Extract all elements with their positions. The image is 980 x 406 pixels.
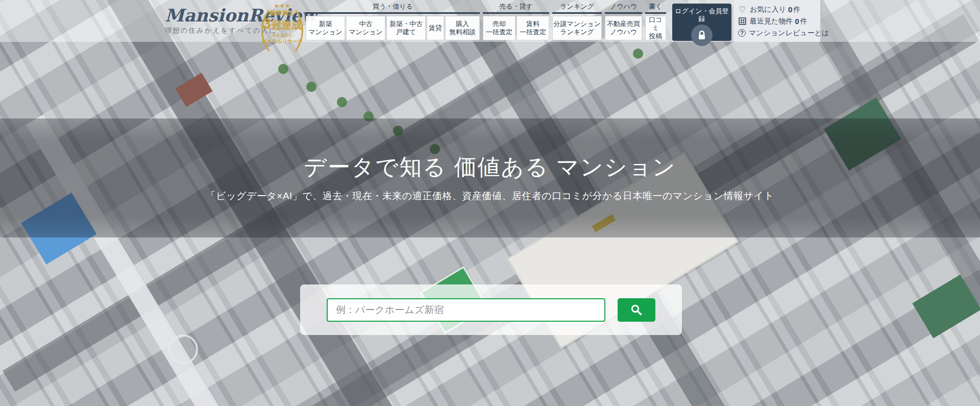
link-favorites[interactable]: ♡ お気に入り 0 件 bbox=[738, 4, 820, 15]
nav-item-new-mansion[interactable]: 新築 マンション bbox=[306, 16, 345, 40]
nav-group-label-buy-rent: 買う・借りる bbox=[306, 2, 480, 12]
nav-group-label-ranking: ランキング bbox=[552, 2, 602, 12]
nav-item-line: マンション bbox=[306, 28, 345, 36]
nav-item-line: 分譲マンション bbox=[553, 20, 601, 28]
nav-item-purchase-consult[interactable]: 購入 無料相談 bbox=[445, 16, 480, 40]
search-icon bbox=[630, 303, 643, 317]
nav-item-line: ランキング bbox=[553, 28, 601, 36]
photo-tree bbox=[337, 97, 347, 107]
lock-icon bbox=[691, 25, 713, 46]
site-header: MansionReview 理想の住みかえをすべての人に ★★★ 顧客満足 3冠… bbox=[0, 0, 980, 42]
recent-count: 0 bbox=[795, 17, 799, 26]
nav-item-line: 一括査定 bbox=[483, 28, 515, 36]
nav-item-line: 投稿 bbox=[646, 32, 666, 40]
nav-item-line: 口コミ bbox=[646, 16, 666, 32]
link-about[interactable]: ? マンションレビューとは bbox=[738, 27, 820, 39]
search-input[interactable] bbox=[327, 298, 605, 322]
nav-group-underline bbox=[645, 12, 666, 14]
nav-item-knowhow[interactable]: 不動産売買 ノウハウ bbox=[605, 16, 642, 40]
nav-item-rent-assessment[interactable]: 賃料 一括査定 bbox=[517, 16, 549, 40]
nav-group-underline bbox=[483, 12, 549, 14]
award-badge: ★★★ 顧客満足 3冠達成 〈実査委託先〉 ゼネラルリサーチ bbox=[257, 1, 308, 56]
nav-item-line: 新築・中古 bbox=[387, 20, 425, 28]
mansion-review-homepage: データで知る 価値ある マンション 「ビッグデータ×AI」で、過去・現在・未来の… bbox=[0, 0, 980, 406]
nav-group-buy-rent: 買う・借りる 新築 マンション 中古 マンション 新築・中古 戸建て bbox=[306, 2, 480, 40]
nav-item-line: 中古 bbox=[347, 20, 385, 28]
nav-item-sell-assessment[interactable]: 売却 一括査定 bbox=[483, 16, 516, 40]
login-register-button[interactable]: ログイン・会員登録 bbox=[672, 4, 731, 41]
question-icon: ? bbox=[738, 29, 746, 37]
search-panel bbox=[300, 284, 682, 335]
nav-item-line: 戸建て bbox=[387, 28, 425, 36]
photo-tree bbox=[633, 49, 643, 59]
building-icon bbox=[738, 17, 747, 25]
nav-item-rent[interactable]: 賃貸 bbox=[427, 16, 444, 40]
nav-item-line: 賃貸 bbox=[427, 24, 444, 32]
heart-icon: ♡ bbox=[738, 6, 747, 14]
nav-group-underline bbox=[306, 12, 480, 14]
nav-item-line: ノウハウ bbox=[605, 28, 642, 36]
nav-item-line: 賃料 bbox=[517, 20, 549, 28]
user-links-panel: ♡ お気に入り 0 件 最近見た物件 0 件 ? マンションレビューとは bbox=[733, 0, 820, 42]
photo-tree bbox=[306, 82, 316, 92]
nav-group-sell-lease: 売る・貸す 売却 一括査定 賃料 一括査定 bbox=[483, 2, 549, 40]
nav-item-line: 購入 bbox=[446, 20, 479, 28]
link-label: 最近見た物件 bbox=[750, 17, 793, 26]
nav-item-line: 一括査定 bbox=[517, 28, 549, 36]
nav-item-mansion-ranking[interactable]: 分譲マンション ランキング bbox=[552, 16, 602, 40]
nav-group-ranking: ランキング 分譲マンション ランキング bbox=[552, 2, 602, 40]
nav-group-label-knowhow: ノウハウ bbox=[605, 2, 642, 12]
search-button[interactable] bbox=[618, 298, 655, 322]
question-glyph: ? bbox=[738, 29, 746, 37]
link-label: マンションレビューとは bbox=[749, 29, 829, 38]
link-label: お気に入り bbox=[750, 5, 786, 14]
hero-heading: データで知る 価値ある マンション bbox=[0, 152, 980, 182]
nav-group-label-sell-lease: 売る・貸す bbox=[483, 2, 549, 12]
photo-tree bbox=[278, 64, 288, 74]
photo-helipad bbox=[168, 335, 198, 364]
login-button-label: ログイン・会員登録 bbox=[672, 4, 731, 22]
count-unit: 件 bbox=[793, 5, 800, 14]
nav-item-used-mansion[interactable]: 中古 マンション bbox=[346, 16, 385, 40]
nav-group-write: 書く 口コミ 投稿 bbox=[645, 2, 666, 40]
nav-group-underline bbox=[552, 12, 602, 14]
count-unit: 件 bbox=[800, 17, 807, 26]
link-recent-items[interactable]: 最近見た物件 0 件 bbox=[738, 15, 820, 27]
nav-group-label-write: 書く bbox=[645, 2, 666, 12]
nav-item-line: マンション bbox=[347, 28, 385, 36]
nav-group-underline bbox=[605, 12, 642, 14]
nav-item-line: 不動産売買 bbox=[605, 20, 642, 28]
favorites-count: 0 bbox=[788, 5, 792, 14]
nav-item-line: 売却 bbox=[483, 20, 515, 28]
hero-subheading: 「ビッグデータ×AI」で、過去・現在・未来の適正価格、資産価値、居住者の口コミが… bbox=[0, 189, 980, 203]
main-nav: 買う・借りる 新築 マンション 中古 マンション 新築・中古 戸建て bbox=[306, 2, 666, 40]
nav-item-line: 新築 bbox=[306, 20, 345, 28]
nav-group-knowhow: ノウハウ 不動産売買 ノウハウ bbox=[605, 2, 642, 40]
nav-item-review-post[interactable]: 口コミ 投稿 bbox=[645, 16, 666, 40]
nav-item-house[interactable]: 新築・中古 戸建て bbox=[386, 16, 426, 40]
laurel-wreath-icon bbox=[257, 1, 308, 56]
nav-item-line: 無料相談 bbox=[446, 28, 479, 36]
